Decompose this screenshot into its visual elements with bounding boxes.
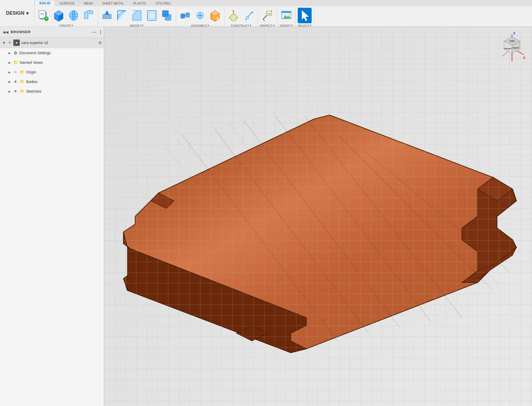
svg-line-64 (213, 127, 368, 333)
construct-axis-btn[interactable] (241, 8, 255, 23)
named-views-label: Named Views (20, 60, 102, 65)
sweep-btn[interactable] (82, 8, 96, 23)
svg-rect-13 (89, 11, 93, 14)
shell-btn[interactable] (145, 8, 159, 23)
chamfer-btn[interactable] (130, 8, 144, 23)
root-box: ■ (13, 40, 20, 46)
navigation-cube[interactable]: Z X TOP FRONT RIGHT (497, 32, 524, 61)
sketches-folder-icon: 📁 (19, 88, 25, 94)
svg-text:+: + (45, 16, 47, 21)
new-component-btn[interactable]: + (37, 8, 51, 23)
browser-expand[interactable]: | (100, 29, 101, 35)
measure-btn[interactable]: mm (260, 8, 274, 23)
svg-rect-23 (186, 13, 189, 17)
tab-mesh[interactable]: MESH (79, 1, 98, 6)
svg-rect-14 (103, 14, 111, 19)
svg-marker-49 (302, 11, 308, 21)
fillet-btn[interactable] (115, 8, 129, 23)
svg-rect-12 (84, 12, 88, 19)
tab-surface[interactable]: SURFACE (55, 1, 79, 6)
svg-point-48 (288, 13, 290, 15)
svg-rect-1 (39, 11, 45, 18)
svg-marker-17 (133, 11, 141, 20)
svg-rect-22 (181, 14, 185, 18)
svg-line-72 (295, 117, 450, 318)
tree-item-named-views[interactable]: ▶ 📁 Named Views (0, 58, 104, 67)
browser-title: BROWSER (11, 30, 90, 34)
tree-item-origin[interactable]: ▶ 👁 📁 Origin (0, 67, 104, 77)
viewport[interactable]: Z X TOP FRONT RIGHT (104, 27, 532, 406)
doc-settings-gear-icon: ⚙ (13, 50, 18, 56)
toolbar: DESIGN ▾ SOLID SURFACE MESH SHEET METAL … (0, 0, 532, 27)
browser-root-item[interactable]: ▼ 👁 ■ cara superior v2 (0, 37, 104, 48)
named-views-folder-icon: 📁 (13, 60, 19, 65)
doc-settings-arrow[interactable]: ▶ (7, 51, 12, 55)
svg-line-41 (263, 19, 265, 21)
svg-marker-77 (127, 248, 306, 353)
svg-text:FRONT: FRONT (504, 48, 512, 50)
root-arrow[interactable]: ▼ (2, 41, 6, 45)
svg-marker-62 (124, 115, 517, 353)
select-section: SELECT ▾ (296, 6, 314, 28)
svg-line-70 (162, 142, 318, 345)
named-views-arrow[interactable]: ▶ (7, 60, 12, 65)
extrude-btn[interactable] (52, 8, 66, 23)
svg-point-38 (246, 17, 248, 19)
svg-point-10 (72, 11, 75, 20)
modify-section: MODIFY ▾ (98, 6, 176, 28)
sketches-label: Sketches (26, 89, 102, 93)
svg-line-66 (275, 116, 431, 322)
svg-line-36 (245, 12, 252, 20)
svg-line-73 (357, 140, 497, 283)
press-pull-btn[interactable] (100, 8, 114, 23)
tree-item-sketches[interactable]: ▶ 👁 📁 Sketches (0, 87, 104, 96)
construct-section: CONSTRUCT ▾ (224, 6, 258, 28)
svg-line-68 (338, 135, 493, 290)
root-name: cara superior v2 (21, 41, 97, 45)
svg-marker-80 (151, 193, 174, 209)
sketches-visibility-icon[interactable]: 👁 (13, 89, 18, 94)
bodies-visibility-icon[interactable]: 👁 (13, 79, 18, 84)
tab-sheet-metal[interactable]: SHEET METAL (98, 1, 129, 6)
svg-rect-21 (165, 14, 171, 20)
browser-back-arrows[interactable]: ◀◀ (3, 30, 9, 34)
bodies-label: Bodies (26, 80, 102, 84)
svg-marker-81 (236, 325, 268, 341)
joint-origin-btn[interactable] (193, 8, 207, 23)
root-visibility-icon[interactable]: 👁 (8, 41, 12, 45)
new-joint-btn[interactable] (178, 8, 192, 23)
browser-header: ◀◀ BROWSER — | (0, 27, 104, 37)
svg-text:X: X (523, 56, 525, 59)
assemble-btn[interactable] (208, 8, 222, 23)
bodies-folder-icon: 📁 (19, 79, 25, 85)
svg-rect-19 (149, 12, 154, 19)
svg-rect-46 (281, 11, 291, 13)
doc-settings-label: Document Settings (19, 51, 102, 55)
combine-btn[interactable] (160, 8, 174, 23)
insert-image-btn[interactable] (279, 8, 293, 23)
svg-text:RIGHT: RIGHT (513, 47, 519, 49)
origin-visibility-icon[interactable]: 👁 (13, 69, 18, 75)
svg-marker-75 (124, 232, 306, 353)
construct-plane-btn[interactable] (227, 8, 240, 23)
design-button[interactable]: DESIGN ▾ (0, 0, 35, 26)
origin-arrow[interactable]: ▶ (7, 70, 12, 74)
tab-solid[interactable]: SOLID (35, 0, 55, 6)
tree-item-bodies[interactable]: ▶ 👁 📁 Bodies (0, 77, 104, 87)
sketches-arrow[interactable]: ▶ (7, 89, 12, 93)
origin-folder-icon: 📁 (19, 69, 25, 75)
svg-marker-33 (229, 13, 238, 21)
revolve-btn[interactable] (67, 8, 81, 23)
svg-line-71 (229, 123, 384, 329)
tab-utilities[interactable]: UTILITIES (151, 1, 175, 6)
browser-pin[interactable]: — (92, 29, 97, 35)
tab-plastic[interactable]: PLASTIC (129, 1, 151, 6)
root-indicator (98, 41, 102, 44)
origin-label: Origin (26, 70, 102, 74)
tree-item-document-settings[interactable]: ▶ ⚙ Document Settings (0, 48, 104, 58)
select-btn[interactable] (298, 8, 312, 23)
browser-panel: ◀◀ BROWSER — | ▼ 👁 ■ cara superior v2 ▶ … (0, 27, 104, 406)
svg-marker-78 (478, 177, 513, 201)
bodies-arrow[interactable]: ▶ (7, 80, 12, 84)
svg-marker-79 (478, 248, 517, 279)
